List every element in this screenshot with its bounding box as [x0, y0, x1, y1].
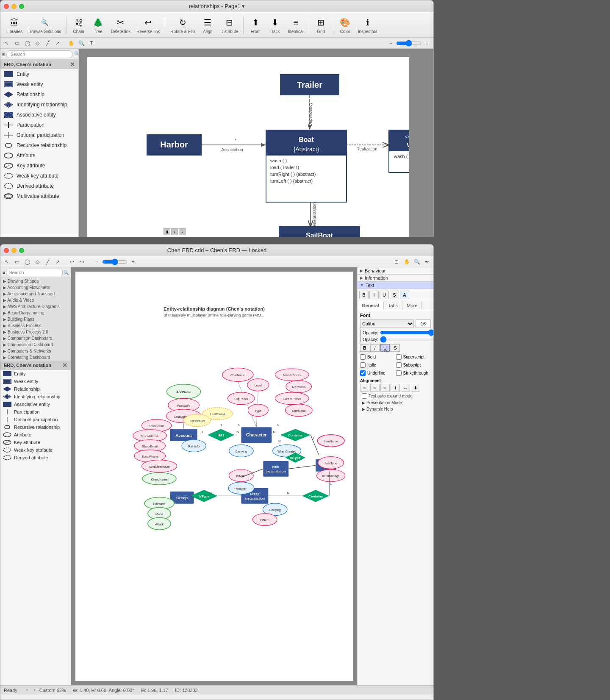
nav-next-b[interactable]: › [32, 687, 38, 693]
sidebar-item-attribute[interactable]: Attribute [0, 150, 78, 161]
back-button[interactable]: ⬇ Back [266, 14, 284, 36]
canvas-bottom[interactable]: Entity-relationship diagram (Chen's nota… [71, 267, 357, 685]
underline-format-btn[interactable]: U [380, 291, 389, 299]
distribute-button[interactable]: ⊟ Distribute [218, 14, 241, 36]
connector-tool-b[interactable]: ↗ [53, 258, 62, 266]
sidebar-item-weak-entity-b[interactable]: Weak entity [0, 378, 71, 385]
font-name-select[interactable]: Calibri [360, 319, 414, 328]
sidebar-item-part-b[interactable]: Participation [0, 408, 71, 416]
reverse-link-button[interactable]: ↩ Reverse link [134, 14, 162, 36]
grid-button[interactable]: ⊞ Grid [312, 14, 330, 36]
diamond-tool[interactable]: ◇ [33, 39, 42, 47]
sidebar-close-b[interactable]: ✕ [62, 362, 67, 369]
diamond-tool-b[interactable]: ◇ [33, 258, 42, 266]
undo-btn[interactable]: ↩ [67, 258, 77, 266]
align-center-btn[interactable]: ≡ [370, 384, 380, 392]
sidebar-item-entity[interactable]: Entity [0, 69, 78, 79]
stroke-color-swatch[interactable] [360, 336, 361, 342]
sidebar-search-icon[interactable]: 🔍 [74, 50, 79, 58]
sidebar-item-weak-entity[interactable]: Weak entity [0, 79, 78, 89]
maximize-button-bottom[interactable] [19, 248, 24, 253]
sidebar-item-attr-b[interactable]: Attribute [0, 431, 71, 439]
search-btn-b[interactable]: 🔍 [412, 258, 421, 266]
libraries-button[interactable]: 🏛 Libraries [4, 14, 25, 36]
zoom-out-b[interactable]: − [92, 258, 101, 266]
minimize-button-top[interactable] [11, 4, 17, 9]
nav-prev-b[interactable]: ‹ [24, 687, 30, 693]
group-title-aws[interactable]: ▶ AWS Architecture Diagrams [0, 303, 71, 310]
sidebar-search-btn-b[interactable]: 🔍 [63, 269, 69, 276]
align-button[interactable]: ☰ Align [198, 14, 217, 36]
redo-btn[interactable]: ↪ [78, 258, 87, 266]
zoom-fit-b[interactable]: ⊡ [392, 258, 401, 266]
tree-button[interactable]: 🌲 Tree [89, 14, 108, 36]
italic-checkbox[interactable] [360, 362, 366, 368]
sidebar-list-icon[interactable]: ≡ [2, 50, 5, 58]
superscript-checkbox-row[interactable]: Superscript [396, 354, 431, 360]
group-title-basic[interactable]: ▶ Basic Diagramming [0, 310, 71, 316]
browse-solutions-button[interactable]: 🔍 Browse Solutions [26, 14, 64, 36]
sidebar-search[interactable] [6, 50, 72, 58]
group-title-accounting[interactable]: ▶ Accounting Flowcharts [0, 284, 71, 291]
sidebar-list-btn-b[interactable]: ≡ [2, 269, 6, 276]
maximize-button-top[interactable] [19, 4, 24, 9]
text-auto-checkbox[interactable] [362, 393, 367, 399]
sidebar-close-icon[interactable]: ✕ [70, 61, 75, 68]
group-title-computers[interactable]: ▶ Computers & Networks [0, 348, 71, 354]
bold-style-btn[interactable]: B [360, 344, 369, 352]
sidebar-item-recursive-rel[interactable]: Recursive relationship [0, 140, 78, 150]
nav-prev-btn[interactable]: ‹ [171, 228, 178, 235]
nav-pause-btn[interactable]: ⏸ [164, 228, 170, 235]
strikethrough-format-btn[interactable]: S [390, 291, 399, 299]
sidebar-item-weak-key-attr[interactable]: Weak key attribute [0, 171, 78, 181]
italic-checkbox-row[interactable]: Italic [360, 362, 395, 368]
superscript-checkbox[interactable] [396, 354, 402, 360]
text-tool[interactable]: T [87, 39, 96, 47]
hand-tool-b[interactable]: ✋ [402, 258, 411, 266]
group-title-business2[interactable]: ▶ Business Process 2,0 [0, 329, 71, 335]
rotate-button[interactable]: ↻ Rotate & Flip [168, 14, 197, 36]
pen-tool-b[interactable]: ✒ [422, 258, 432, 266]
strikethrough-checkbox[interactable] [396, 370, 402, 376]
group-title-building[interactable]: ▶ Building Plans [0, 316, 71, 322]
cursor-tool-b[interactable]: ↖ [2, 258, 11, 266]
group-title-comparison[interactable]: ▶ Comparison Dashboard [0, 335, 71, 342]
zoom-in-b[interactable]: + [128, 258, 138, 266]
identical-button[interactable]: ≡ Identical [285, 14, 306, 36]
sidebar-item-assoc-entity[interactable]: Associative entity [0, 110, 78, 120]
rect-tool-b[interactable]: ▭ [12, 258, 22, 266]
front-button[interactable]: ⬆ Front [246, 14, 265, 36]
group-title-correlating[interactable]: ▶ Correlating Dashboard [0, 354, 71, 361]
hand-tool[interactable]: ✋ [67, 39, 76, 47]
sidebar-item-derived-b[interactable]: Derived attribute [0, 454, 71, 461]
italic-format-btn[interactable]: I [369, 291, 379, 299]
opacity-slider-2[interactable] [380, 337, 434, 342]
nav-next-btn[interactable]: › [179, 228, 186, 235]
inspector-information-row[interactable]: ▶ Information [358, 275, 433, 281]
bold-checkbox-row[interactable]: Bold [360, 354, 395, 360]
strikethrough-checkbox-row[interactable]: Strikethrough [396, 370, 431, 376]
text-auto-expand-btn[interactable]: Text auto expand mode [360, 392, 431, 400]
sidebar-item-participation[interactable]: Participation [0, 120, 78, 130]
minimize-button-bottom[interactable] [11, 248, 17, 253]
sidebar-item-relationship[interactable]: Relationship [0, 89, 78, 100]
opacity-slider-1[interactable] [380, 331, 434, 335]
zoom-slider[interactable] [396, 40, 421, 47]
group-title-drawing[interactable]: ▶ Drawing Shapes [0, 278, 71, 284]
inspector-text-row[interactable]: ▼ Text [358, 282, 433, 289]
group-title-aerospace[interactable]: ▶ Aerospace and Transport [0, 291, 71, 297]
zoom-out-btn[interactable]: − [386, 39, 395, 47]
subscript-checkbox-row[interactable]: Subscript [396, 362, 431, 368]
bold-format-btn[interactable]: B [359, 291, 369, 299]
sidebar-item-assoc-b[interactable]: Associative entity [0, 400, 71, 408]
align-middle-btn[interactable]: ↔ [401, 384, 410, 392]
connector-tool[interactable]: ↗ [53, 39, 62, 47]
inspector-behaviour-row[interactable]: ▶ Behaviour [358, 267, 433, 274]
sidebar-item-key-attr-b[interactable]: Key attribute [0, 439, 71, 446]
align-bottom-btn[interactable]: ⬇ [411, 384, 420, 392]
sidebar-item-identifying-rel[interactable]: Identifying relationship [0, 100, 78, 110]
underline-checkbox-row[interactable]: Underline [360, 370, 395, 376]
italic-style-btn[interactable]: I [370, 344, 380, 352]
align-left-btn[interactable]: ≡ [360, 384, 369, 392]
align-right-btn[interactable]: ≡ [380, 384, 390, 392]
